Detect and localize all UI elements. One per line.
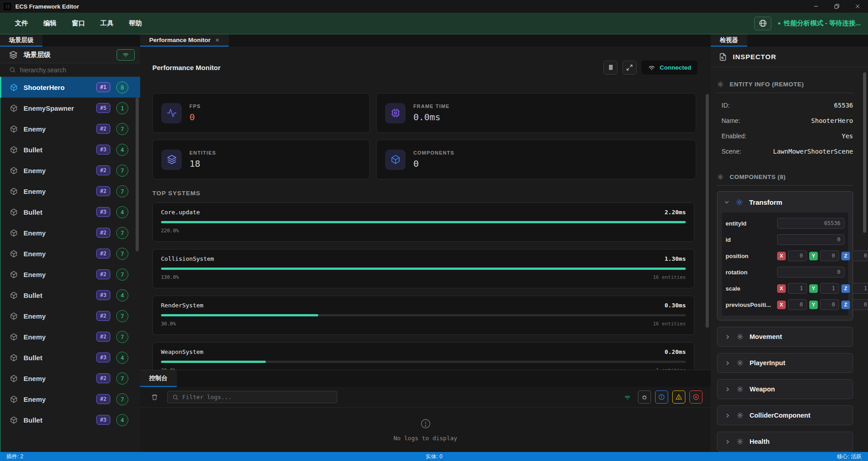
entity-tag-badge: #2 bbox=[96, 228, 110, 238]
property-input[interactable]: 0 bbox=[777, 267, 844, 278]
hierarchy-item[interactable]: Enemy#27 bbox=[0, 264, 140, 285]
component-card-weapon[interactable]: Weapon bbox=[717, 379, 853, 399]
tab-close-icon[interactable]: ✕ bbox=[215, 37, 220, 43]
field-value: 65536 bbox=[834, 102, 853, 109]
vector-y-input[interactable]: 0 bbox=[820, 250, 839, 261]
menu-window[interactable]: 窗口 bbox=[64, 15, 93, 31]
tab-performance-monitor[interactable]: Performance Monitor ✕ bbox=[140, 34, 229, 47]
hierarchy-item[interactable]: Bullet#34 bbox=[0, 409, 140, 430]
hierarchy-item[interactable]: Enemy#27 bbox=[0, 181, 140, 202]
hierarchy-item[interactable]: Bullet#34 bbox=[0, 285, 140, 306]
error-icon bbox=[693, 394, 699, 400]
hierarchy-item[interactable]: Enemy#27 bbox=[0, 368, 140, 389]
vector-y-input[interactable]: 0 bbox=[820, 299, 839, 310]
tab-inspector[interactable]: 检视器 bbox=[711, 34, 747, 47]
hierarchy-item[interactable]: Bullet#34 bbox=[0, 139, 140, 160]
vector-x-input[interactable]: 0 bbox=[788, 299, 807, 310]
maximize-button[interactable] bbox=[826, 0, 847, 13]
hierarchy-item[interactable]: Enemy#27 bbox=[0, 306, 140, 326]
property-input[interactable]: 0 bbox=[777, 234, 844, 245]
warning-icon bbox=[675, 394, 682, 400]
property-row: id 0 bbox=[726, 231, 844, 248]
clear-logs-button[interactable] bbox=[151, 394, 158, 401]
menu-file[interactable]: 文件 bbox=[7, 15, 36, 31]
wifi-icon bbox=[648, 64, 656, 71]
component-card-health[interactable]: Health bbox=[717, 432, 853, 452]
hierarchy-item[interactable]: EnemySpawner#51 bbox=[0, 98, 140, 118]
inspect-document-icon bbox=[719, 53, 727, 61]
stat-card-fps: FPS 0 bbox=[152, 93, 370, 133]
system-time: 2.20ms bbox=[665, 209, 686, 216]
hierarchy-item[interactable]: Enemy#27 bbox=[0, 243, 140, 264]
vector-x-input[interactable]: 1 bbox=[788, 283, 807, 294]
hierarchy-search-input[interactable] bbox=[20, 66, 101, 74]
property-input[interactable]: 65536 bbox=[777, 218, 844, 229]
hierarchy-item[interactable]: Enemy#27 bbox=[0, 160, 140, 181]
component-card-playerinput[interactable]: PlayerInput bbox=[717, 353, 853, 373]
hierarchy-scrollbar[interactable] bbox=[136, 98, 139, 251]
stat-value: 0.0ms bbox=[413, 112, 449, 122]
hierarchy-item[interactable]: Enemy#27 bbox=[0, 118, 140, 139]
hierarchy-remote-toggle[interactable] bbox=[117, 49, 135, 61]
entity-name: Enemy bbox=[24, 395, 46, 403]
cpu-icon bbox=[385, 103, 406, 123]
gear-icon bbox=[736, 198, 743, 206]
component-header-transform[interactable]: Transform bbox=[717, 192, 853, 212]
property-label: entityId bbox=[726, 220, 774, 227]
hierarchy-item[interactable]: Enemy#27 bbox=[0, 326, 140, 347]
status-dot: ● bbox=[778, 21, 781, 26]
entity-tag-badge: #2 bbox=[96, 249, 110, 259]
axis-z-badge: Z bbox=[841, 252, 850, 260]
vector-z-input[interactable]: 0 bbox=[852, 250, 868, 261]
entity-count-badge: 8 bbox=[116, 81, 128, 94]
connection-status[interactable]: Connected bbox=[642, 61, 698, 75]
close-button[interactable] bbox=[847, 0, 868, 13]
info-filter-button[interactable] bbox=[655, 390, 668, 404]
expand-button[interactable] bbox=[623, 61, 637, 75]
tab-hierarchy[interactable]: 场景层级 bbox=[0, 34, 42, 47]
inspector-body: ENTITY INFO (REMOTE) ID:65536 Name:Shoot… bbox=[711, 67, 868, 452]
component-card-collidercomponent[interactable]: ColliderComponent bbox=[717, 405, 853, 425]
entity-cube-icon bbox=[10, 271, 18, 278]
entity-count-badge: 4 bbox=[116, 144, 128, 156]
console-wifi-indicator bbox=[624, 394, 631, 401]
hierarchy-item[interactable]: Enemy#27 bbox=[0, 389, 140, 409]
debug-filter-button[interactable] bbox=[638, 390, 651, 404]
property-label: scale bbox=[726, 285, 774, 292]
vector-z-input[interactable]: 0 bbox=[852, 299, 868, 310]
menu-edit[interactable]: 编辑 bbox=[36, 15, 64, 31]
component-card-movement[interactable]: Movement bbox=[717, 327, 853, 347]
entity-field-row: Name:ShooterHero bbox=[717, 113, 853, 128]
vector-y-input[interactable]: 1 bbox=[820, 283, 839, 294]
hierarchy-item[interactable]: ShooterHero#18 bbox=[0, 77, 140, 98]
menu-tools[interactable]: 工具 bbox=[93, 15, 121, 31]
error-filter-button[interactable] bbox=[689, 390, 703, 404]
components-section-header: COMPONENTS (8) bbox=[717, 170, 853, 183]
window-title: ECS Framework Editor bbox=[15, 3, 79, 10]
system-progress-fill bbox=[161, 314, 318, 316]
language-button[interactable] bbox=[754, 17, 771, 30]
component-name: ColliderComponent bbox=[750, 412, 811, 419]
entity-count-badge: 7 bbox=[116, 372, 128, 385]
hierarchy-item[interactable]: Bullet#34 bbox=[0, 202, 140, 222]
entity-cube-icon bbox=[10, 292, 18, 299]
vector-z-input[interactable]: 1 bbox=[852, 283, 868, 294]
entity-name: Enemy bbox=[24, 188, 46, 195]
system-progress-track bbox=[161, 268, 686, 270]
vector-x-input[interactable]: 0 bbox=[788, 250, 807, 261]
menu-help[interactable]: 帮助 bbox=[121, 15, 150, 31]
inspector-scrollbar[interactable] bbox=[863, 72, 866, 233]
app-icon bbox=[4, 3, 11, 10]
log-filter-input[interactable] bbox=[182, 394, 318, 400]
main-scrollbar[interactable] bbox=[706, 94, 709, 328]
tab-console[interactable]: 控制台 bbox=[140, 370, 177, 387]
hierarchy-item[interactable]: Bullet#34 bbox=[0, 347, 140, 368]
entity-tag-badge: #3 bbox=[96, 290, 110, 300]
pause-button[interactable] bbox=[604, 61, 618, 75]
warning-filter-button[interactable] bbox=[672, 390, 685, 404]
minimize-button[interactable] bbox=[806, 0, 826, 13]
profiler-mode-text: 性能分析模式 - 等待连接... bbox=[784, 19, 861, 28]
component-name: Weapon bbox=[750, 386, 775, 393]
hierarchy-item[interactable]: Enemy#27 bbox=[0, 222, 140, 243]
inspector-panel: 检视器 INSPECTOR ENTITY INFO (REMOTE) ID:65… bbox=[711, 34, 868, 452]
